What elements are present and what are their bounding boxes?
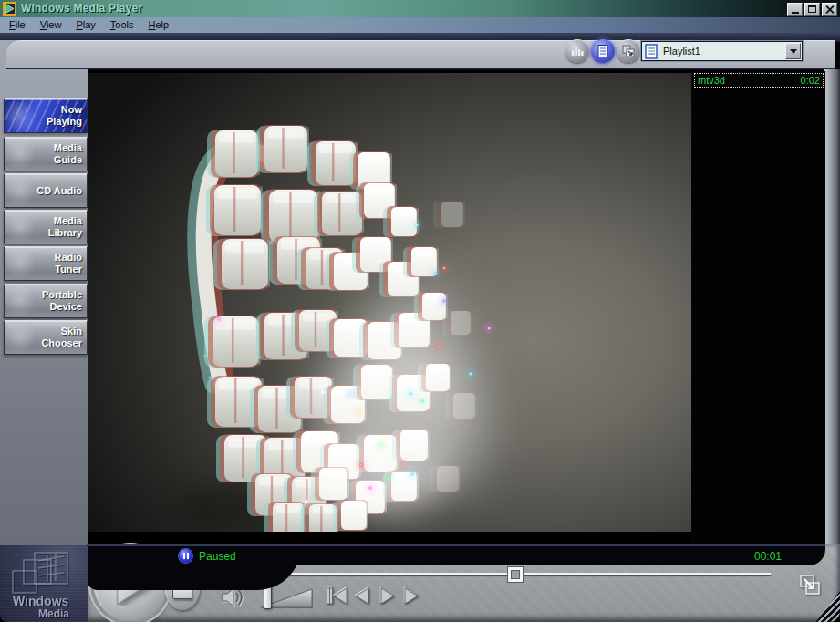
playback-state: Paused: [199, 550, 236, 563]
sidebar-item-media-guide[interactable]: Media Guide: [4, 137, 88, 171]
titlebar[interactable]: Windows Media Player: [0, 0, 840, 17]
close-icon: [825, 5, 834, 14]
frame-right-edge: [824, 69, 840, 553]
playlist-selector[interactable]: Playlist1: [641, 41, 803, 61]
logo-text-media: Media: [38, 607, 69, 620]
playlist-panel: mtv3d 0:02: [692, 71, 825, 544]
video-frame-anaglyph-cubes: [88, 73, 691, 532]
minimize-button[interactable]: [787, 3, 803, 16]
equalizer-toggle-button[interactable]: [565, 39, 589, 63]
compact-mode-button[interactable]: [795, 571, 824, 600]
logo-text-windows: Windows: [13, 594, 69, 608]
windows-media-logo: Windows Media: [0, 545, 88, 622]
seek-handle[interactable]: [508, 567, 523, 582]
playlist-toggle-button[interactable]: [591, 39, 615, 63]
wmp-window: Windows Media Player File View Play Tool…: [0, 0, 840, 622]
bar-chart-icon: [571, 46, 584, 57]
windows-stack-icon: [622, 45, 636, 57]
fast-forward-button[interactable]: [381, 588, 394, 604]
minimize-icon: [792, 12, 799, 14]
pause-status-icon: [179, 549, 192, 563]
sidebar-item-now-playing[interactable]: Now Playing: [4, 98, 88, 133]
sidebar-item-skin-chooser[interactable]: Skin Chooser: [4, 320, 88, 355]
chevron-down-icon: [790, 49, 797, 54]
playlist-selector-value: Playlist1: [659, 46, 785, 57]
sidebar-item-portable-device[interactable]: Portable Device: [4, 284, 88, 318]
app-icon[interactable]: [3, 2, 16, 16]
playlist-item-title: mtv3d: [698, 75, 725, 86]
transport-controls: [327, 586, 432, 607]
playlist-item-duration: 0:02: [801, 75, 820, 86]
menu-file[interactable]: File: [2, 18, 33, 32]
windows-media-logo-panel: Windows Media: [0, 545, 88, 622]
close-button[interactable]: [822, 3, 837, 16]
menu-play[interactable]: Play: [68, 18, 102, 32]
menu-view[interactable]: View: [33, 18, 69, 32]
status-bar: Paused 00:01: [87, 544, 825, 565]
sidebar-item-radio-tuner[interactable]: Radio Tuner: [4, 246, 88, 281]
window-controls: [785, 3, 837, 16]
window-title: Windows Media Player: [21, 2, 142, 15]
menu-tools[interactable]: Tools: [103, 18, 141, 32]
playlist-file-icon: [645, 44, 659, 59]
view-switch-button[interactable]: [617, 39, 640, 63]
menu-help[interactable]: Help: [141, 18, 177, 32]
elapsed-time: 00:01: [754, 550, 782, 563]
seek-bar[interactable]: [222, 573, 771, 575]
menubar: File View Play Tools Help: [0, 17, 840, 33]
document-icon: [597, 45, 608, 57]
sidebar-item-cd-audio[interactable]: CD Audio: [4, 173, 88, 208]
speaker-icon: [223, 588, 233, 606]
playlist-item[interactable]: mtv3d 0:02: [694, 73, 824, 88]
sidebar-item-media-library[interactable]: Media Library: [4, 210, 88, 244]
maximize-icon: [808, 5, 816, 13]
playlist-selector-arrow-button[interactable]: [785, 43, 801, 59]
previous-button[interactable]: [329, 588, 347, 604]
video-display: [88, 71, 691, 544]
rewind-button[interactable]: [356, 588, 368, 604]
maximize-button[interactable]: [804, 3, 820, 16]
